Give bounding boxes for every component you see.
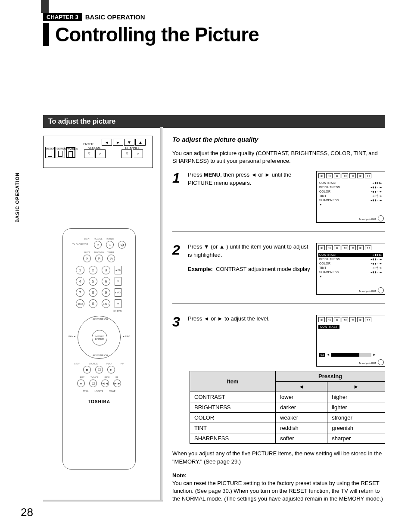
- note-label: Note:: [172, 472, 187, 479]
- num-4-button[interactable]: 4: [76, 277, 84, 286]
- stop-button[interactable]: ■: [83, 366, 91, 373]
- table-row: CONTRASTlowerhigher: [190, 392, 385, 402]
- rew-button[interactable]: ◄◄: [101, 380, 109, 387]
- osd-screenshot-3: ▦◄))▦◄))◄≡▦◄◄ CONTRAST 63 ◄ ► To end pus…: [316, 315, 385, 367]
- divider-shadow-horizontal: [43, 500, 163, 502]
- play-button[interactable]: ►: [107, 366, 115, 373]
- num-6-button[interactable]: 6: [102, 277, 110, 286]
- source-button[interactable]: ☐: [95, 366, 103, 373]
- table-head-item: Item: [190, 371, 276, 392]
- ch-up-button[interactable]: ▲CH: [115, 266, 121, 274]
- demo-button[interactable]: DEMO: [45, 147, 55, 158]
- step-number: 1: [172, 171, 183, 223]
- divider-shadow-vertical: [160, 127, 163, 502]
- table-row: TINTreddishgreenish: [190, 423, 385, 433]
- osd-screenshot-2: ▦◄))▦◄))◄≡▦◄◄ CONTRAST◄▮▮▮► BRIGHTNESS◄▮…: [316, 243, 385, 295]
- note-text: You can reset the PICTURE setting to the…: [172, 480, 383, 502]
- arrow-left-button[interactable]: ◄: [102, 139, 112, 146]
- chapter-label: BASIC OPERATION: [85, 13, 145, 21]
- table-row: COLORweakerstronger: [190, 413, 385, 423]
- brand-logo: TOSHIBA: [69, 399, 129, 404]
- tvvcr-button[interactable]: ☐: [89, 380, 97, 387]
- num-7-button[interactable]: 7: [76, 288, 84, 297]
- step-number: 2: [172, 243, 183, 295]
- table-head-right-arrow: ►: [327, 382, 385, 392]
- num-100-button[interactable]: 100: [76, 299, 84, 308]
- rec-button[interactable]: ●: [77, 380, 85, 387]
- num-8-button[interactable]: 8: [89, 288, 97, 297]
- recall-button[interactable]: ⊕: [106, 241, 114, 249]
- vol-up-button[interactable]: ▲VOL: [115, 288, 121, 297]
- ent-button[interactable]: ENT: [102, 299, 110, 308]
- menu-enter-button[interactable]: MENU/ ENTER: [92, 330, 107, 345]
- remote-control-diagram: LIGHTRECALLPOWER TV CABLE VCR ☀ ⊕ ⏻ MUTE…: [62, 228, 136, 470]
- mute-button[interactable]: ✕: [83, 255, 91, 262]
- table-row: SHARPNESSsoftersharper: [190, 433, 385, 444]
- ch-down-button[interactable]: ▼: [115, 277, 121, 286]
- side-tab-basic-operation: BASIC OPERATION: [13, 168, 22, 227]
- volume-label: VOLUME: [88, 146, 101, 149]
- chrtn-label: CH RTN: [69, 310, 129, 312]
- light-button[interactable]: ☀: [94, 241, 102, 249]
- num-9-button[interactable]: 9: [102, 288, 110, 297]
- tv-top-control-panel: ENTER ◄ ► ▼ ▲ DEMO MENU ANT/VIDEO VOLUME…: [43, 136, 153, 168]
- source-switch-label: TV CABLE VCR: [72, 243, 88, 246]
- num-1-button[interactable]: 1: [76, 266, 84, 274]
- subheading: To adjust the picture quality: [172, 136, 385, 145]
- timer-button[interactable]: ◷: [107, 255, 115, 262]
- note-block: Note: You can reset the PICTURE setting …: [172, 472, 385, 503]
- table-head-pressing: Pressing: [276, 371, 385, 382]
- step-1: 1 Press MENU, then press ◄ or ► until th…: [172, 171, 385, 232]
- dpad: MENU/ ENTER ADV/ PIP CH ADV/ PIP CH FAV◄…: [78, 316, 121, 359]
- contrast-value: 63: [319, 353, 325, 357]
- channel-down-button[interactable]: ▽: [121, 149, 132, 158]
- corner-dark-bar: [41, 0, 49, 13]
- num-5-button[interactable]: 5: [89, 277, 97, 286]
- after-table-paragraph: When you adjust any of the five PICTURE …: [172, 450, 385, 465]
- step-2: 2 Press ▼ (or ▲ ) until the item you wan…: [172, 243, 385, 304]
- chapter-badge: CHAPTER 3: [43, 13, 82, 21]
- arrow-right-button[interactable]: ►: [113, 139, 123, 146]
- arrow-down-button[interactable]: ▼: [124, 139, 134, 146]
- tvvideo-button[interactable]: ⎘: [95, 255, 103, 262]
- num-2-button[interactable]: 2: [89, 266, 97, 274]
- vol-down-button[interactable]: ▼: [115, 299, 121, 308]
- number-pad: 1 2 3 ▲CH 4 5 6 ▼ 7 8 9 ▲VOL 100 0 ENT ▼: [69, 266, 129, 308]
- adjustment-table: Item Pressing ◄ ► CONTRASTlowerhigher BR…: [190, 371, 385, 444]
- arrow-up-button[interactable]: ▲: [135, 139, 146, 146]
- table-head-left-arrow: ◄: [276, 382, 327, 392]
- step-number: 3: [172, 315, 183, 367]
- ff-button[interactable]: ►►: [113, 380, 121, 387]
- osd-tab-icon: ▦: [318, 173, 325, 178]
- volume-up-button[interactable]: △: [95, 149, 106, 158]
- power-button[interactable]: ⏻: [118, 241, 126, 249]
- channel-label: CHANNEL: [125, 146, 140, 149]
- page-content: CHAPTER 3 BASIC OPERATION Controlling th…: [43, 13, 385, 503]
- channel-up-button[interactable]: △: [133, 149, 143, 158]
- num-0-button[interactable]: 0: [89, 299, 97, 308]
- enter-label: ENTER: [75, 143, 101, 146]
- osd-screenshot-1: ▦◄))▦◄))◄≡▦◄◄ CONTRAST◄▮▮▮► BRIGHTNESS◄▮…: [316, 171, 385, 223]
- antvideo-button[interactable]: ANT/VIDEO: [66, 147, 75, 158]
- intro-paragraph: You can adjust the picture quality (CONT…: [172, 149, 385, 165]
- step-3: 3 Press ◄ or ► to adjust the level. ▦◄))…: [172, 315, 385, 367]
- num-3-button[interactable]: 3: [102, 266, 110, 274]
- table-row: BRIGHTNESSdarkerlighter: [190, 402, 385, 413]
- page-number: 28: [21, 506, 33, 519]
- page-title: Controlling the Picture: [55, 23, 385, 46]
- volume-down-button[interactable]: ▽: [84, 149, 94, 158]
- chapter-rule: [151, 17, 272, 17]
- section-bar: To adjust the picture: [43, 115, 385, 128]
- contrast-bar: [331, 353, 371, 357]
- exit-knob-icon: [378, 215, 384, 221]
